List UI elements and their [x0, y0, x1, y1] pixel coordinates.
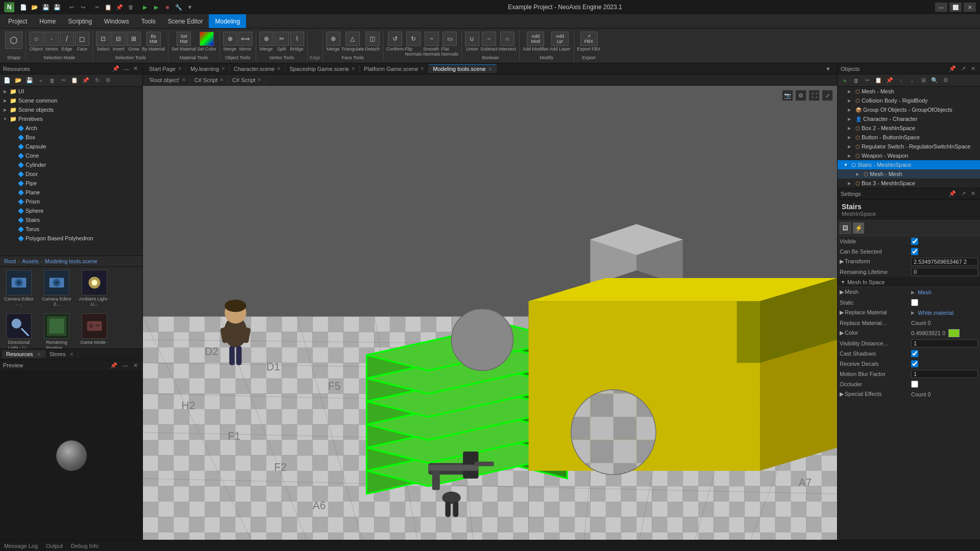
prop-group-meshinspace[interactable]: ▼ Mesh In Space — [838, 277, 980, 287]
prop-transform-arrow[interactable]: ▶ — [840, 258, 844, 264]
maximize-btn[interactable]: ⬜ — [949, 3, 962, 12]
obj-expand-all[interactable]: ⊞ — [918, 76, 928, 85]
tree-item-scene-objects[interactable]: ▶ 📁 Scene objects — [0, 105, 142, 114]
tree-item-prism[interactable]: 🔷 Prism — [0, 197, 142, 206]
obj-box2[interactable]: ▶ ⬡ Box 2 - MeshInSpace — [838, 123, 980, 133]
tree-item-sphere[interactable]: 🔷 Sphere — [0, 206, 142, 215]
res-cut[interactable]: ✂ — [58, 76, 68, 85]
tree-item-primitives[interactable]: ▼ 📁 Primitives — [0, 114, 142, 123]
tb-save-all[interactable]: 💾 — [52, 3, 62, 12]
tb-stop[interactable]: ■ — [162, 3, 173, 12]
tb-redo[interactable]: ↪ — [78, 3, 88, 12]
prop-color-swatch[interactable] — [948, 329, 960, 337]
prop-mesh-link[interactable]: Mesh — [918, 289, 932, 295]
tree-item-polyhedron[interactable]: 🔷 Polygon Based Polyhedron — [0, 234, 142, 243]
vp-btn-maximize[interactable]: ⤢ — [822, 90, 833, 101]
settings-expand[interactable]: ↗ — [960, 190, 967, 197]
scene-tab-character[interactable]: Character.scene ✕ — [230, 65, 285, 73]
tree-item-door[interactable]: 🔷 Door — [0, 169, 142, 179]
tab-resources[interactable]: Resources ✕ — [2, 350, 45, 358]
preview-minimize[interactable]: — — [121, 362, 130, 369]
status-message-log[interactable]: Message Log — [4, 543, 38, 549]
tabs-dropdown[interactable]: ▼ — [821, 65, 835, 73]
btn-bymaterial[interactable]: ByMat By Material — [142, 32, 165, 52]
btn-triangulate[interactable]: △ Triangulate — [341, 32, 364, 52]
scene-tab-spaceship[interactable]: Spaceship Game.scene ✕ — [285, 65, 360, 73]
tree-item-arch[interactable]: 🔷 Arch — [0, 123, 142, 133]
btn-flat-normals[interactable]: ▭ FlatNormals — [441, 32, 458, 57]
res-delete[interactable]: 🗑 — [47, 76, 57, 85]
obj-stairs[interactable]: ▼ ⬡ Stairs - MeshInSpace — [838, 160, 980, 169]
menu-scene-editor[interactable]: Scene Editor — [162, 14, 209, 28]
window-controls[interactable]: — ⬜ ✕ — [935, 3, 976, 12]
objects-pin[interactable]: 📌 — [947, 65, 958, 72]
prop-visible-checkbox[interactable] — [911, 238, 918, 245]
scene-tab-modeling[interactable]: Modeling tools.scene ✕ — [429, 64, 496, 73]
scene-tab2-csharp1-close[interactable]: ✕ — [219, 77, 224, 83]
obj-settings[interactable]: ⚙ — [941, 76, 951, 85]
tb-run[interactable]: ▶ — [140, 3, 150, 12]
status-debug-info[interactable]: Debug Info — [71, 543, 99, 549]
tb-paste[interactable]: 📌 — [114, 3, 125, 12]
btn-mirror[interactable]: ⟺ Mirror — [238, 32, 253, 52]
menu-project[interactable]: Project — [2, 14, 33, 28]
tb-undo[interactable]: ↩ — [66, 3, 77, 12]
tb-run2[interactable]: ▶ — [151, 3, 161, 12]
prop-mesh-arrow[interactable]: ▶ — [840, 289, 844, 295]
menu-windows[interactable]: Windows — [98, 14, 135, 28]
res-paste[interactable]: 📌 — [81, 76, 91, 85]
resources-close[interactable]: ✕ — [132, 65, 139, 72]
btn-union[interactable]: ∪ Union — [465, 32, 479, 52]
btn-smooth-normals[interactable]: ~ SmoothNormals — [423, 32, 440, 57]
tree-item-pipe[interactable]: 🔷 Pipe — [0, 179, 142, 188]
asset-rendering-pipeline[interactable]: Rendering Pipeline ... — [39, 311, 75, 348]
tree-item-stairs[interactable]: 🔷 Stairs — [0, 215, 142, 224]
tb-new[interactable]: 📄 — [18, 3, 29, 12]
scene-tab-platform[interactable]: Platform Game.scene ✕ — [360, 65, 429, 73]
vp-btn-camera[interactable]: 📷 — [782, 90, 793, 101]
btn-object[interactable]: ○ Object — [29, 32, 43, 52]
tree-item-capsule[interactable]: 🔷 Capsule — [0, 142, 142, 151]
settings-icon-1[interactable]: 🖼 — [840, 222, 851, 234]
obj-delete[interactable]: 🗑 — [851, 76, 861, 85]
scene-tab-platform-close[interactable]: ✕ — [420, 66, 424, 71]
obj-group-of-objects[interactable]: ▶ 📦 Group Of Objects - GroupOfObjects — [838, 105, 980, 114]
res-open[interactable]: 📂 — [13, 76, 23, 85]
prop-color-arrow[interactable]: ▶ — [840, 330, 844, 336]
scene-tab-start-page-close[interactable]: ✕ — [178, 66, 182, 71]
viewport[interactable]: D2D1 F5B2 A5B6 F4F3 B4B3 B5A7 H2F1 F2A6 — [143, 86, 837, 540]
btn-select[interactable]: ⊡ Select — [96, 32, 110, 52]
status-output[interactable]: Output — [46, 543, 63, 549]
btn-merge-vert[interactable]: ⊕ Merge — [259, 32, 274, 52]
scene-tab2-csharp1[interactable]: C# Script ✕ — [190, 76, 228, 84]
objects-expand[interactable]: ↗ — [960, 65, 967, 72]
res-refresh[interactable]: ↻ — [92, 76, 102, 85]
settings-icon-2[interactable]: ⚡ — [853, 222, 864, 234]
btn-edge[interactable]: / Edge — [60, 32, 74, 52]
preview-close[interactable]: ✕ — [132, 362, 139, 369]
obj-add[interactable]: + — [840, 76, 850, 85]
scene-tab-modeling-close[interactable]: ✕ — [488, 66, 492, 72]
prop-visdist-input[interactable] — [911, 339, 978, 347]
obj-weapon[interactable]: ▶ ⬡ Weapon - Weapon — [838, 151, 980, 160]
res-save[interactable]: 💾 — [24, 76, 35, 85]
scene-tab-character-close[interactable]: ✕ — [277, 66, 281, 71]
res-settings[interactable]: ⚙ — [103, 76, 113, 85]
btn-shape[interactable]: ⬡ — [5, 32, 22, 49]
scene-tab2-csharp2-close[interactable]: ✕ — [257, 77, 261, 83]
obj-box3[interactable]: ▶ ⬡ Box 3 - MeshInSpace — [838, 179, 980, 188]
res-copy[interactable]: 📋 — [69, 76, 80, 85]
scene-tab-spaceship-close[interactable]: ✕ — [351, 66, 355, 71]
prop-replacemat-link[interactable]: White.material — [918, 310, 953, 316]
tb-open[interactable]: 📂 — [30, 3, 40, 12]
tree-item-cone[interactable]: 🔷 Cone — [0, 151, 142, 160]
obj-copy[interactable]: 📋 — [873, 76, 884, 85]
prop-replacemat-arrow[interactable]: ▶ — [840, 309, 844, 315]
resources-minimize[interactable]: — — [122, 65, 131, 72]
btn-split[interactable]: ✂ Split — [275, 32, 289, 52]
prop-receivedecals-checkbox[interactable] — [911, 360, 918, 367]
tree-item-box[interactable]: 🔷 Box — [0, 133, 142, 142]
breadcrumb-scene[interactable]: Modeling tools.scene — [45, 258, 97, 264]
btn-merge-face[interactable]: ⊕ Merge — [326, 32, 340, 52]
resources-controls[interactable]: 📌 — ✕ — [111, 65, 139, 72]
